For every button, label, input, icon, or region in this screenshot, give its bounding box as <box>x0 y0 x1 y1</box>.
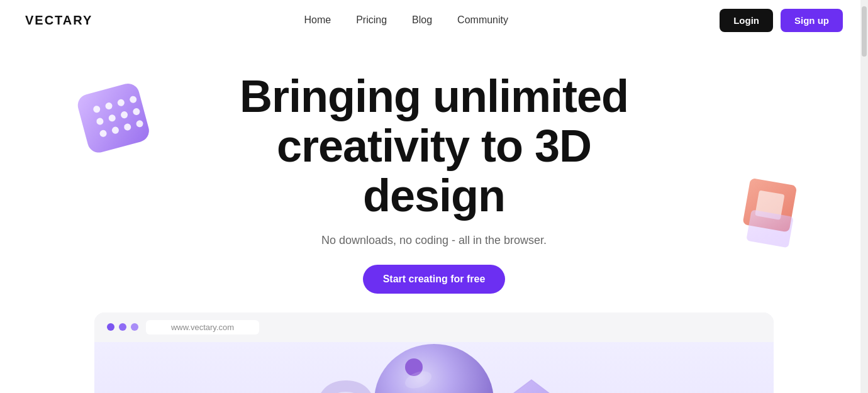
browser-dots <box>107 323 138 331</box>
nav-actions: Login Sign up <box>720 9 843 32</box>
nav-links: Home Pricing Blog Community <box>304 14 508 26</box>
login-button[interactable]: Login <box>720 9 773 32</box>
nav-pricing[interactable]: Pricing <box>356 14 387 26</box>
hero-subtitle: No downloads, no coding - all in the bro… <box>25 234 843 247</box>
browser-dot-2 <box>119 323 126 331</box>
crystal-shape <box>503 377 560 393</box>
hero-section: Bringing unlimited creativity to 3D desi… <box>0 40 868 393</box>
cta-button[interactable]: Start creating for free <box>363 265 506 294</box>
browser-bar: www.vectary.com <box>94 313 774 342</box>
browser-content <box>94 342 774 393</box>
nav-home[interactable]: Home <box>304 14 331 26</box>
browser-url: www.vectary.com <box>146 320 259 335</box>
svg-marker-21 <box>506 380 557 393</box>
brand-logo: VECTARY <box>25 13 92 28</box>
scrollbar[interactable] <box>860 0 868 393</box>
signup-button[interactable]: Sign up <box>781 9 843 32</box>
browser-dot-1 <box>107 323 114 331</box>
pink-frame-decoration <box>736 179 805 248</box>
browser-3d-objects <box>94 342 774 393</box>
nav-community[interactable]: Community <box>457 14 508 26</box>
scrollbar-thumb[interactable] <box>862 6 867 57</box>
navbar: VECTARY Home Pricing Blog Community Logi… <box>0 0 868 40</box>
svg-point-16 <box>374 344 494 393</box>
hero-title: Bringing unlimited creativity to 3D desi… <box>214 72 654 221</box>
waffle-shape-decoration <box>75 78 157 153</box>
lavender-sphere <box>371 342 497 393</box>
nav-blog[interactable]: Blog <box>412 14 432 26</box>
browser-dot-3 <box>131 323 138 331</box>
browser-mockup: www.vectary.com <box>94 313 774 393</box>
